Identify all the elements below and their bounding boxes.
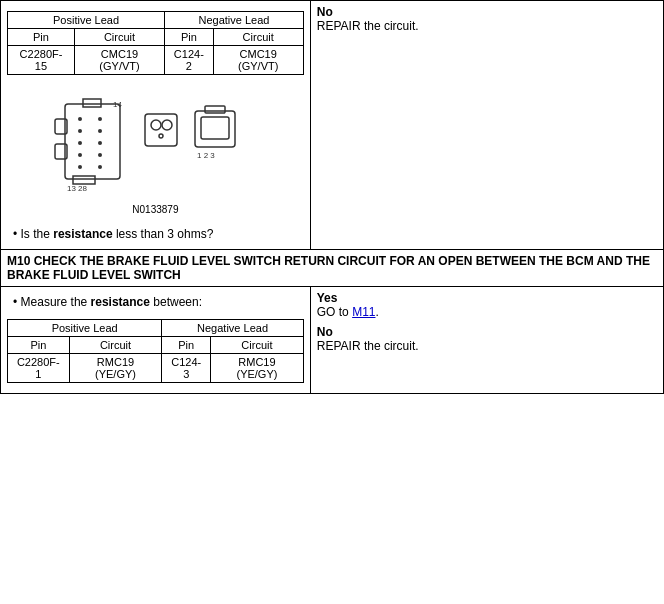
circuit-col-header-2: Circuit	[213, 29, 303, 46]
top-left-cell: Positive Lead Negative Lead Pin Circuit …	[1, 1, 311, 250]
svg-point-10	[98, 141, 102, 145]
m10-neg-lead-header: Negative Lead	[162, 320, 303, 337]
svg-rect-17	[145, 114, 177, 146]
m10-neg-circuit: RMC19 (YE/GY)	[211, 354, 304, 383]
m11-link[interactable]: M11	[352, 305, 375, 319]
m10-neg-pin: C124-3	[162, 354, 211, 383]
svg-rect-0	[65, 104, 120, 179]
top-pos-circuit: CMC19 (GY/VT)	[74, 46, 164, 75]
m10-left-col: • Measure the resistance between: Positi…	[1, 287, 311, 394]
top-pos-pin: C2280F-15	[8, 46, 75, 75]
svg-point-18	[151, 120, 161, 130]
svg-point-14	[98, 165, 102, 169]
svg-point-19	[162, 120, 172, 130]
top-no-label: No	[317, 5, 657, 19]
m10-right-col: Yes GO to M11. No REPAIR the circuit.	[310, 287, 663, 394]
m10-pos-pin: C2280F-1	[8, 354, 70, 383]
svg-point-20	[159, 134, 163, 138]
resistance-question: • Is the resistance less than 3 ohms?	[7, 223, 304, 245]
m10-yes-label: Yes	[317, 291, 657, 305]
svg-point-12	[98, 153, 102, 157]
m10-pin-col-header-2: Pin	[162, 337, 211, 354]
connector-diagram-area: 14 13 28	[7, 81, 304, 223]
m10-no-label: No	[317, 325, 657, 339]
m10-pos-lead-header: Positive Lead	[8, 320, 162, 337]
m10-pin-col-header-1: Pin	[8, 337, 70, 354]
svg-rect-22	[205, 106, 225, 113]
top-lead-table: Positive Lead Negative Lead Pin Circuit …	[7, 11, 304, 75]
svg-point-13	[78, 165, 82, 169]
neg-lead-header: Negative Lead	[165, 12, 304, 29]
svg-text:13  28: 13 28	[67, 184, 88, 193]
svg-rect-23	[201, 117, 229, 139]
connector-svg: 14 13 28	[45, 89, 265, 199]
svg-rect-4	[73, 176, 95, 184]
pin-col-header-1: Pin	[8, 29, 75, 46]
m10-go-to: GO to M11.	[317, 305, 657, 319]
top-neg-circuit: CMC19 (GY/VT)	[213, 46, 303, 75]
svg-point-5	[78, 117, 82, 121]
svg-point-7	[78, 129, 82, 133]
top-neg-pin: C124-2	[165, 46, 214, 75]
svg-text:14: 14	[113, 100, 122, 109]
m10-repair-text: REPAIR the circuit.	[317, 339, 657, 353]
circuit-col-header-1: Circuit	[74, 29, 164, 46]
m10-lead-table: Positive Lead Negative Lead Pin Circuit …	[7, 319, 304, 383]
top-right-cell: No REPAIR the circuit.	[310, 1, 663, 250]
go-to-suffix: .	[375, 305, 378, 319]
pin-col-header-2: Pin	[165, 29, 214, 46]
m10-circuit-col-header-2: Circuit	[211, 337, 304, 354]
go-to-text: GO to	[317, 305, 349, 319]
diagram-label: N0133879	[7, 204, 304, 215]
svg-point-11	[78, 153, 82, 157]
m10-circuit-col-header-1: Circuit	[69, 337, 162, 354]
m10-measure-bullet: • Measure the resistance between:	[7, 291, 304, 313]
svg-rect-1	[83, 99, 101, 107]
top-repair-text: REPAIR the circuit.	[317, 19, 657, 33]
svg-point-6	[98, 117, 102, 121]
svg-point-8	[98, 129, 102, 133]
svg-point-9	[78, 141, 82, 145]
svg-text:1  2  3: 1 2 3	[197, 151, 215, 160]
m10-pos-circuit: RMC19 (YE/GY)	[69, 354, 162, 383]
pos-lead-header: Positive Lead	[8, 12, 165, 29]
m10-header: M10 CHECK THE BRAKE FLUID LEVEL SWITCH R…	[1, 250, 664, 287]
